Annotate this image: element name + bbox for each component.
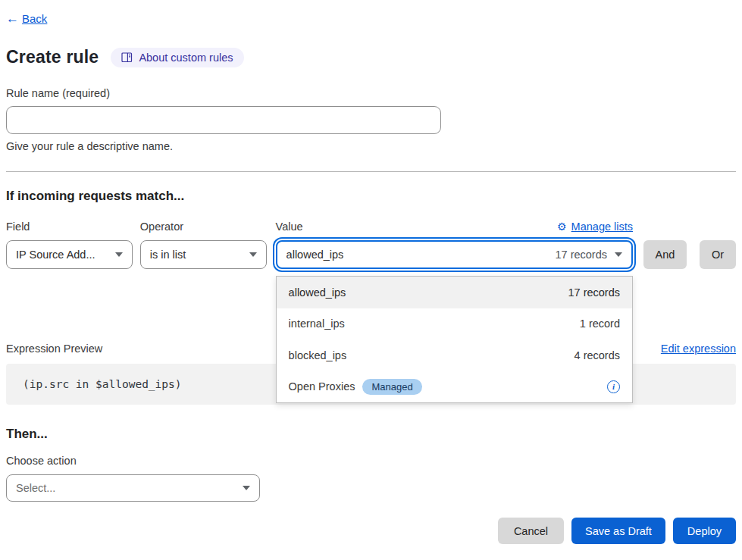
edit-expression-link[interactable]: Edit expression xyxy=(661,343,736,355)
action-selected-value: Select... xyxy=(16,482,55,494)
section-divider xyxy=(6,171,736,172)
back-link[interactable]: ←Back xyxy=(6,12,47,25)
manage-lists-label: Manage lists xyxy=(571,221,633,233)
choose-action-select[interactable]: Select... xyxy=(6,474,260,502)
operator-selected-value: is in list xyxy=(150,249,186,261)
back-label: Back xyxy=(22,12,47,25)
page-title: Create rule xyxy=(6,47,99,67)
list-record-count: 1 record xyxy=(580,318,620,330)
operator-column: Operator is in list xyxy=(140,220,267,269)
list-item-open-proxies[interactable]: Open Proxies Managed i xyxy=(277,371,632,403)
field-select[interactable]: IP Source Add... xyxy=(6,240,133,269)
rule-name-helper-text: Give your rule a descriptive name. xyxy=(6,140,736,152)
chevron-down-icon xyxy=(115,252,123,257)
operator-label: Operator xyxy=(140,221,183,233)
rule-name-label: Rule name (required) xyxy=(6,87,736,99)
field-column: Field IP Source Add... xyxy=(6,220,133,269)
rule-name-input[interactable] xyxy=(6,106,441,134)
list-name: Open Proxies xyxy=(289,380,355,393)
about-badge-label: About custom rules xyxy=(139,52,233,64)
match-section-heading: If incoming requests match... xyxy=(6,189,736,204)
list-item-allowed-ips[interactable]: allowed_ips 17 records xyxy=(277,277,632,308)
managed-badge: Managed xyxy=(362,379,421,395)
info-icon[interactable]: i xyxy=(607,380,620,393)
cancel-button[interactable]: Cancel xyxy=(498,518,564,544)
create-rule-page: ←Back Create rule About custom rules Rul… xyxy=(0,0,742,560)
list-item-internal-ips[interactable]: internal_ips 1 record xyxy=(277,308,632,340)
value-label: Value xyxy=(276,221,303,233)
expression-preview-label: Expression Preview xyxy=(6,343,102,355)
field-label: Field xyxy=(6,221,30,233)
save-as-draft-button[interactable]: Save as Draft xyxy=(571,518,665,544)
condition-row: Field IP Source Add... Operator is in li… xyxy=(6,220,736,269)
list-name: internal_ips xyxy=(289,318,345,330)
chevron-down-icon xyxy=(243,486,250,490)
chevron-down-icon xyxy=(249,252,257,257)
then-section-heading: Then... xyxy=(6,427,736,442)
field-selected-value: IP Source Add... xyxy=(16,249,95,261)
value-selected-name: allowed_ips xyxy=(286,249,344,261)
rule-name-group: Rule name (required) Give your rule a de… xyxy=(6,87,736,152)
value-selected-count: 17 records xyxy=(556,249,608,261)
footer-actions: Cancel Save as Draft Deploy xyxy=(6,518,736,544)
chevron-down-icon xyxy=(615,252,622,257)
manage-lists-link[interactable]: ⚙ Manage lists xyxy=(557,221,633,233)
value-dropdown-panel: allowed_ips 17 records internal_ips 1 re… xyxy=(276,276,633,403)
book-icon xyxy=(121,52,133,63)
list-name: allowed_ips xyxy=(289,286,346,299)
back-arrow-icon: ← xyxy=(6,12,19,25)
choose-action-label: Choose action xyxy=(6,455,736,467)
list-name: blocked_ips xyxy=(289,349,347,361)
value-select[interactable]: allowed_ips 17 records xyxy=(276,240,633,269)
expression-code: (ip.src in $allowed_ips) xyxy=(23,378,182,390)
deploy-button[interactable]: Deploy xyxy=(673,518,736,544)
operator-select[interactable]: is in list xyxy=(140,240,267,269)
title-row: Create rule About custom rules xyxy=(6,47,736,67)
gear-icon: ⚙ xyxy=(557,221,567,233)
value-column: Value ⚙ Manage lists allowed_ips 17 reco… xyxy=(276,220,633,269)
or-button[interactable]: Or xyxy=(700,240,736,269)
list-record-count: 4 records xyxy=(575,349,620,361)
and-button[interactable]: And xyxy=(643,240,687,269)
list-record-count: 17 records xyxy=(568,286,621,299)
about-custom-rules-link[interactable]: About custom rules xyxy=(111,48,243,67)
list-item-blocked-ips[interactable]: blocked_ips 4 records xyxy=(277,339,632,371)
and-or-buttons: And Or xyxy=(643,220,736,269)
